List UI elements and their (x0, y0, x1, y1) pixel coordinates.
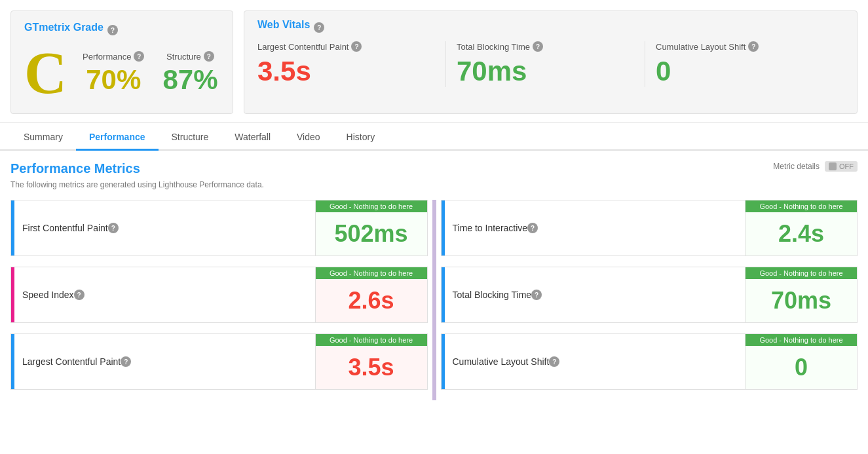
tbt-help-icon[interactable]: ? (533, 41, 543, 52)
fcp-good-badge: Good - Nothing to do here (316, 200, 427, 212)
tab-waterfall[interactable]: Waterfall (221, 125, 284, 151)
metric-details-label: Metric details (773, 162, 820, 171)
fcp-value: 502ms (316, 212, 427, 255)
structure-score-value: 87% (162, 64, 217, 96)
tbt-metric-label-area: Total Blocking Time ? (445, 267, 746, 322)
tti-good-badge: Good - Nothing to do here (745, 200, 857, 212)
structure-help-icon[interactable]: ? (204, 51, 214, 62)
speed-index-value: 2.6s (316, 279, 427, 322)
tbt-metric-label: Total Blocking Time (453, 290, 532, 300)
tabs-bar: Summary Performance Structure Waterfall … (0, 125, 868, 151)
lcp-metric-value-area: Good - Nothing to do here 3.5s (316, 334, 427, 389)
fcp-value-area: Good - Nothing to do here 502ms (316, 200, 427, 255)
lcp-vital-item: Largest Contentful Paint ? 3.5s (257, 41, 446, 87)
speed-index-label: Speed Index (22, 290, 74, 300)
cls-vital-item: Cumulative Layout Shift ? 0 (645, 41, 844, 87)
lcp-metric-label-area: Largest Contentful Paint ? (14, 334, 316, 389)
cls-help-icon[interactable]: ? (748, 41, 759, 52)
tti-help-icon[interactable]: ? (527, 223, 538, 233)
tbt-metric-value: 70ms (745, 279, 857, 322)
lcp-metric-help-icon[interactable]: ? (121, 356, 131, 367)
metrics-left-column: First Contentful Paint ? Good - Nothing … (10, 200, 428, 400)
toggle-state-label: OFF (839, 162, 854, 170)
tbt-vital-item: Total Blocking Time ? 70ms (446, 41, 645, 87)
column-separator (428, 200, 441, 400)
tab-structure[interactable]: Structure (159, 125, 222, 151)
metric-details-toggle[interactable]: OFF (825, 161, 858, 172)
performance-content: Performance Metrics The following metric… (0, 151, 868, 411)
metric-details-toggle-area: Metric details OFF (773, 161, 858, 172)
speed-index-help-icon[interactable]: ? (74, 290, 85, 300)
fcp-metric-block: First Contentful Paint ? Good - Nothing … (10, 200, 428, 256)
structure-score-item: Structure ? 87% (162, 51, 217, 96)
performance-score-value: 70% (86, 64, 141, 96)
cls-metric-good-badge: Good - Nothing to do here (745, 334, 857, 346)
cls-metric-label-area: Cumulative Layout Shift ? (445, 334, 746, 389)
speed-index-metric-block: Speed Index ? Good - Nothing to do here … (10, 267, 428, 323)
lcp-metric-good-badge: Good - Nothing to do here (316, 334, 427, 346)
lcp-metric-label: Largest Contentful Paint (22, 356, 121, 367)
tbt-metric-block: Total Blocking Time ? Good - Nothing to … (441, 267, 858, 323)
lcp-value: 3.5s (257, 56, 435, 87)
structure-score-label: Structure (166, 52, 201, 62)
tab-video[interactable]: Video (284, 125, 333, 151)
speed-index-good-badge: Good - Nothing to do here (316, 267, 427, 279)
tbt-metric-good-badge: Good - Nothing to do here (745, 267, 857, 279)
tbt-metric-help-icon[interactable]: ? (531, 290, 542, 300)
speed-index-label-area: Speed Index ? (14, 267, 316, 322)
tbt-metric-value-area: Good - Nothing to do here 70ms (745, 267, 857, 322)
performance-score-item: Performance ? 70% (83, 51, 144, 96)
tab-history[interactable]: History (333, 125, 388, 151)
lcp-metric-block: Largest Contentful Paint ? Good - Nothin… (10, 333, 428, 390)
metrics-columns: First Contentful Paint ? Good - Nothing … (10, 200, 858, 400)
cls-value: 0 (656, 56, 833, 87)
lcp-metric-value: 3.5s (316, 346, 427, 389)
tti-label: Time to Interactive (453, 223, 528, 233)
tab-performance[interactable]: Performance (76, 125, 159, 151)
tbt-label: Total Blocking Time (457, 42, 530, 52)
cls-label: Cumulative Layout Shift (656, 42, 745, 52)
web-vitals-help-icon[interactable]: ? (314, 22, 324, 33)
lcp-label: Largest Contentful Paint (257, 42, 349, 52)
web-vitals-title: Web Vitals (257, 19, 310, 31)
grade-letter: C (24, 44, 67, 103)
tti-value-area: Good - Nothing to do here 2.4s (745, 200, 857, 255)
lcp-help-icon[interactable]: ? (351, 41, 362, 52)
cls-metric-value: 0 (745, 346, 857, 389)
tti-metric-block: Time to Interactive ? Good - Nothing to … (441, 200, 858, 256)
performance-metrics-desc: The following metrics are generated usin… (10, 180, 264, 189)
toggle-indicator (829, 162, 837, 170)
tab-summary[interactable]: Summary (10, 125, 76, 151)
speed-index-value-area: Good - Nothing to do here 2.6s (316, 267, 427, 322)
web-vitals-card: Web Vitals ? Largest Contentful Paint ? … (244, 10, 858, 114)
cls-metric-value-area: Good - Nothing to do here 0 (745, 334, 857, 389)
fcp-label: First Contentful Paint (22, 223, 108, 233)
cls-metric-help-icon[interactable]: ? (549, 356, 559, 367)
fcp-help-icon[interactable]: ? (108, 223, 119, 233)
performance-help-icon[interactable]: ? (134, 51, 144, 62)
gtmetrix-grade-title: GTmetrix Grade (24, 22, 104, 33)
tbt-value: 70ms (457, 56, 634, 87)
tti-value: 2.4s (745, 212, 857, 255)
gtmetrix-grade-card: GTmetrix Grade ? C Performance ? 70% (10, 10, 233, 114)
tti-label-area: Time to Interactive ? (445, 200, 746, 255)
cls-metric-block: Cumulative Layout Shift ? Good - Nothing… (441, 333, 858, 390)
fcp-label-area: First Contentful Paint ? (14, 200, 316, 255)
gtmetrix-grade-help-icon[interactable]: ? (107, 25, 118, 35)
performance-score-label: Performance (83, 52, 131, 62)
cls-metric-label: Cumulative Layout Shift (453, 356, 550, 367)
performance-metrics-title: Performance Metrics (10, 161, 264, 176)
metrics-right-column: Time to Interactive ? Good - Nothing to … (441, 200, 858, 400)
